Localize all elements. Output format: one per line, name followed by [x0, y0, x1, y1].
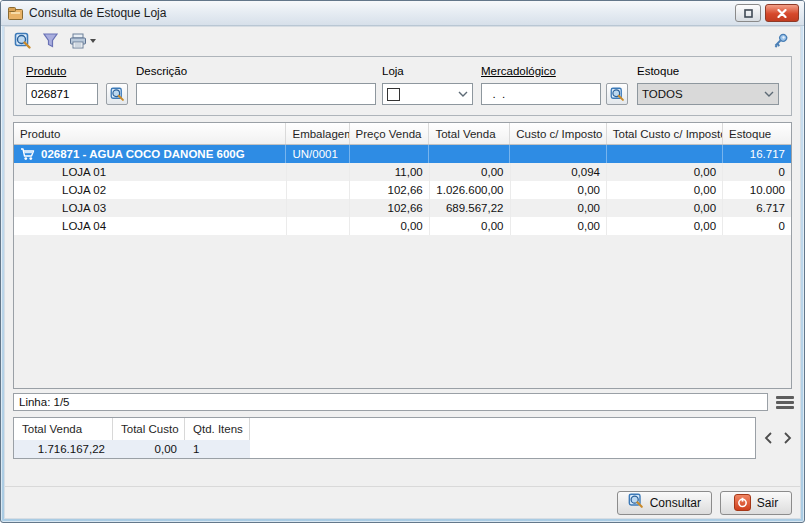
- mercadologico-label[interactable]: Mercadológico: [481, 65, 556, 77]
- estoque-selected-value: TODOS: [642, 88, 683, 100]
- print-dropdown-caret[interactable]: [90, 39, 96, 43]
- produto-label[interactable]: Produto: [26, 65, 66, 77]
- titlebar: Consulta de Estoque Loja: [1, 1, 804, 26]
- summary-row: Total Venda Total Custo Qtd. Itens 1.716…: [13, 417, 792, 459]
- window-title: Consulta de Estoque Loja: [29, 6, 731, 20]
- footer-bar: Consultar Sair: [5, 486, 800, 518]
- descricao-label: Descrição: [136, 65, 187, 77]
- column-header-total-venda[interactable]: Total Venda: [429, 123, 510, 144]
- power-icon: [734, 494, 751, 511]
- sair-label: Sair: [757, 496, 778, 510]
- row-counter: Linha: 1/5: [13, 393, 768, 411]
- table-row-loja-01[interactable]: LOJA 01 11,00 0,00 0,094 0,00 0: [14, 163, 791, 181]
- search-icon[interactable]: [11, 30, 35, 52]
- chevron-down-icon: [458, 91, 468, 97]
- summary-total-custo: 0,00: [113, 440, 185, 458]
- cart-icon: [20, 148, 35, 161]
- grid-empty-area: [14, 235, 791, 388]
- print-icon[interactable]: [66, 31, 99, 51]
- filter-panel: Produto Descrição Loja Mercadológico Est…: [13, 56, 792, 116]
- loja-label: Loja: [382, 65, 404, 77]
- menu-icon[interactable]: [776, 396, 794, 409]
- key-icon[interactable]: [768, 30, 792, 52]
- app-icon: [8, 7, 23, 20]
- summary-header-total-venda: Total Venda: [14, 418, 113, 440]
- sair-button[interactable]: Sair: [720, 491, 792, 515]
- summary-qtd-itens: 1: [185, 440, 250, 458]
- table-row-product-selected[interactable]: 026871 - AGUA COCO DANONE 600G UN/0001 1…: [14, 145, 791, 163]
- chevron-down-icon: [764, 91, 774, 97]
- window-consulta-estoque-loja: Consulta de Estoque Loja: [0, 0, 805, 523]
- table-row-loja-04[interactable]: LOJA 04 0,00 0,00 0,00 0,00 0: [14, 217, 791, 235]
- nav-right-icon[interactable]: [783, 432, 792, 444]
- column-header-preco-venda[interactable]: Preço Venda: [350, 123, 430, 144]
- summary-nav: [764, 432, 792, 444]
- column-header-estoque[interactable]: Estoque: [723, 123, 791, 144]
- summary-panel: Total Venda Total Custo Qtd. Itens 1.716…: [13, 417, 756, 459]
- restore-icon[interactable]: [735, 4, 761, 22]
- mercadologico-lookup-icon[interactable]: [606, 83, 628, 105]
- filter-icon[interactable]: [39, 30, 62, 51]
- grid-header: Produto Embalagem Preço Venda Total Vend…: [14, 123, 791, 145]
- column-header-embalagem[interactable]: Embalagem: [286, 123, 349, 144]
- estoque-combobox[interactable]: TODOS: [637, 83, 779, 105]
- consultar-label: Consultar: [650, 496, 701, 510]
- summary-header-qtd-itens: Qtd. Itens: [185, 418, 250, 440]
- loja-checkbox[interactable]: [387, 88, 400, 101]
- status-row: Linha: 1/5: [13, 393, 792, 411]
- summary-total-venda: 1.716.167,22: [14, 440, 113, 458]
- column-header-produto[interactable]: Produto: [14, 123, 286, 144]
- close-icon[interactable]: [765, 4, 799, 22]
- table-row-loja-03[interactable]: LOJA 03 102,66 689.567,22 0,00 0,00 6.71…: [14, 199, 791, 217]
- row-counter-text: Linha: 1/5: [19, 396, 70, 408]
- column-header-custo-imposto[interactable]: Custo c/ Imposto: [510, 123, 607, 144]
- product-estoque: 16.717: [723, 145, 791, 163]
- column-header-total-custo-imposto[interactable]: Total Custo c/ Imposto: [607, 123, 723, 144]
- produto-input[interactable]: [26, 83, 98, 105]
- mercadologico-input[interactable]: [481, 83, 601, 105]
- stock-grid: Produto Embalagem Preço Venda Total Vend…: [13, 122, 792, 389]
- product-embalagem: UN/0001: [286, 145, 349, 163]
- descricao-input[interactable]: [136, 83, 376, 105]
- consultar-button[interactable]: Consultar: [617, 491, 712, 515]
- product-name: 026871 - AGUA COCO DANONE 600G: [41, 148, 245, 160]
- client-area: Produto Descrição Loja Mercadológico Est…: [4, 26, 801, 519]
- table-row-loja-02[interactable]: LOJA 02 102,66 1.026.600,00 0,00 0,00 10…: [14, 181, 791, 199]
- loja-combobox[interactable]: [382, 83, 473, 105]
- search-icon: [628, 493, 644, 512]
- nav-left-icon[interactable]: [764, 432, 773, 444]
- estoque-label: Estoque: [637, 65, 679, 77]
- toolbar: [5, 27, 800, 54]
- produto-lookup-icon[interactable]: [106, 83, 128, 105]
- summary-header-total-custo: Total Custo: [113, 418, 185, 440]
